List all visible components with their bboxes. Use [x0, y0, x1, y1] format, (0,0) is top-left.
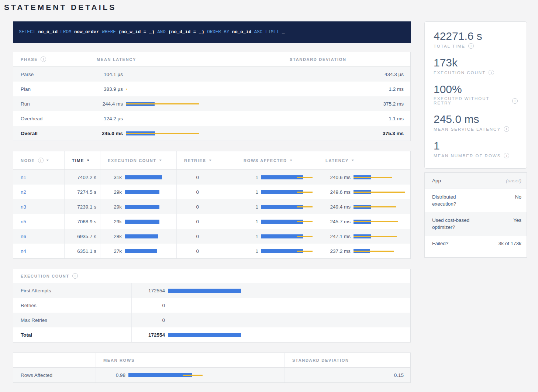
- distributed-execution-value: No: [492, 189, 527, 212]
- node-row-n1: n1 7402.2 s 31k 0 1 240.6 ms: [13, 170, 410, 185]
- mean-rows-value: 0.98: [103, 372, 125, 378]
- count-bar: [168, 333, 241, 337]
- node-link[interactable]: n4: [21, 248, 26, 254]
- rows-affected-bar: [261, 219, 313, 224]
- statement-attributes-table: App (unset) Distributed execution? No Us…: [424, 172, 527, 258]
- retries-column-header[interactable]: Retries ▼: [176, 151, 236, 169]
- execution-count-value: 27k: [104, 248, 122, 254]
- stddev-value: 0.15: [284, 368, 411, 382]
- latency-column-header[interactable]: Latency ▼: [318, 151, 411, 169]
- execution-count-value: 29k: [104, 219, 122, 224]
- node-link[interactable]: n1: [21, 175, 26, 180]
- latency-bar: [126, 102, 199, 106]
- table-row-retries: Retries 0: [13, 298, 410, 313]
- execution-count-bar: [125, 204, 162, 209]
- execution-count-info-icon[interactable]: i: [72, 273, 78, 279]
- execution-count-bar: [125, 190, 162, 195]
- mean-service-latency-info-icon[interactable]: i: [504, 126, 509, 132]
- count-value: 172554: [135, 332, 165, 338]
- latency-bar: [126, 131, 199, 136]
- node-row-n3: n3 7239.1 s 29k 0 1 249.4 ms: [13, 199, 410, 214]
- sort-caret-icon: ▼: [351, 159, 355, 162]
- latency-bar: [354, 190, 406, 195]
- sort-caret-icon: ▼: [289, 159, 293, 162]
- table-row-max-retries: Max Retries 0: [13, 313, 410, 327]
- latency-value: 240.6 ms: [322, 175, 351, 180]
- stat-execution-count: 173k Execution Counti: [434, 56, 518, 75]
- execution-count-value: 31k: [104, 175, 122, 180]
- latency-value: 245.7 ms: [322, 219, 351, 224]
- time-column-header[interactable]: Time ▼: [64, 151, 100, 169]
- executed-without-retry-info-icon[interactable]: i: [512, 98, 518, 104]
- rows-affected-value: 1: [240, 189, 258, 195]
- stddev-value: 434.3 µs: [282, 67, 411, 82]
- node-link[interactable]: n6: [21, 234, 26, 239]
- total-time-info-icon[interactable]: i: [468, 43, 474, 49]
- page-title: STATEMENT DETAILS: [0, 3, 538, 12]
- rows-affected-table: Mean Rows Standard Deviation Rows Affect…: [13, 353, 411, 383]
- app-value: (unset): [492, 173, 527, 189]
- rows-affected-value: 1: [240, 175, 258, 180]
- sort-caret-icon: ▼: [45, 159, 50, 162]
- retries-value: 0: [180, 189, 199, 195]
- stat-mean-number-of-rows: 1 Mean Number of Rowsi: [434, 140, 518, 158]
- execution-count-column-header[interactable]: Execution Count ▼: [100, 151, 176, 169]
- execution-count-info-icon[interactable]: i: [489, 70, 494, 75]
- count-bar: [168, 288, 241, 293]
- execution-count-section-header: Execution Count i: [13, 269, 78, 283]
- table-row-run: Run 244.4 ms 375.2 ms: [13, 96, 410, 111]
- rows-affected-bar: [261, 190, 313, 195]
- phase-latency-table: Phase i Mean Latency Standard Deviation …: [13, 52, 411, 141]
- mean-latency-column-header: Mean Latency: [89, 52, 282, 66]
- time-value: 7239.1 s: [64, 199, 100, 214]
- latency-bar: [354, 175, 406, 180]
- node-link[interactable]: n2: [21, 189, 26, 195]
- sort-caret-icon: ▼: [159, 159, 163, 162]
- execution-count-bar: [125, 249, 162, 254]
- latency-bar: [354, 219, 406, 224]
- attr-row-cost-based-optimizer: Used cost-based optimizer? Yes: [425, 212, 527, 235]
- mean-latency-value: 244.4 ms: [98, 101, 123, 107]
- mean-rows-column-header: Mean Rows: [96, 353, 284, 367]
- rows-affected-bar: [261, 249, 313, 254]
- execution-count-value: 29k: [104, 204, 122, 210]
- table-row-rows-affected: Rows Affected 0.98 0.15: [13, 368, 410, 382]
- latency-bar: [354, 204, 406, 209]
- phase-info-icon[interactable]: i: [41, 56, 46, 62]
- time-value: 6351.1 s: [64, 244, 100, 258]
- rows-affected-value: 1: [240, 234, 258, 239]
- execution-count-bar: [125, 234, 162, 239]
- rows-affected-value: 1: [240, 204, 258, 210]
- mean-latency-value: 104.1 µs: [98, 72, 123, 77]
- retries-value: 0: [180, 234, 199, 239]
- stat-total-time: 42271.6 s Total Timei: [434, 30, 518, 49]
- execution-count-bar: [125, 175, 162, 180]
- latency-value: 247.1 ms: [322, 234, 351, 239]
- node-row-n2: n2 7274.5 s 29k 0 1 249.6 ms: [13, 185, 410, 199]
- execution-count-value: 29k: [104, 189, 122, 195]
- retries-value: 0: [180, 248, 199, 254]
- attr-row-app: App (unset): [425, 173, 527, 189]
- mean-latency-value: 245.0 ms: [98, 131, 123, 136]
- mean-rows-bar: [128, 373, 203, 378]
- summary-stats-card: 42271.6 s Total Timei 173k Execution Cou…: [424, 21, 527, 169]
- stddev-value: 375.3 ms: [282, 126, 411, 141]
- stddev-value: 1.1 ms: [282, 111, 411, 126]
- node-info-icon[interactable]: i: [38, 158, 44, 163]
- latency-bar: [354, 234, 406, 239]
- rows-affected-value: 1: [240, 219, 258, 224]
- table-row-overall: Overall 245.0 ms 375.3 ms: [13, 126, 410, 141]
- node-column-header[interactable]: Node i ▼: [13, 151, 64, 169]
- node-link[interactable]: n3: [21, 204, 26, 210]
- sort-caret-icon: ▼: [208, 159, 213, 162]
- latency-value: 249.6 ms: [322, 189, 351, 195]
- node-link[interactable]: n5: [21, 219, 26, 224]
- table-row-parse: Parse 104.1 µs 434.3 µs: [13, 67, 410, 82]
- mean-number-of-rows-info-icon[interactable]: i: [504, 153, 509, 158]
- latency-value: 237.2 ms: [322, 248, 351, 254]
- standard-deviation-column-header: Standard Deviation: [282, 52, 411, 66]
- sort-caret-icon: ▼: [86, 159, 91, 162]
- blank-column-header: [13, 353, 96, 367]
- rows-affected-column-header[interactable]: Rows Affected ▼: [236, 151, 318, 169]
- failed-value: 3k of 173k: [492, 235, 527, 257]
